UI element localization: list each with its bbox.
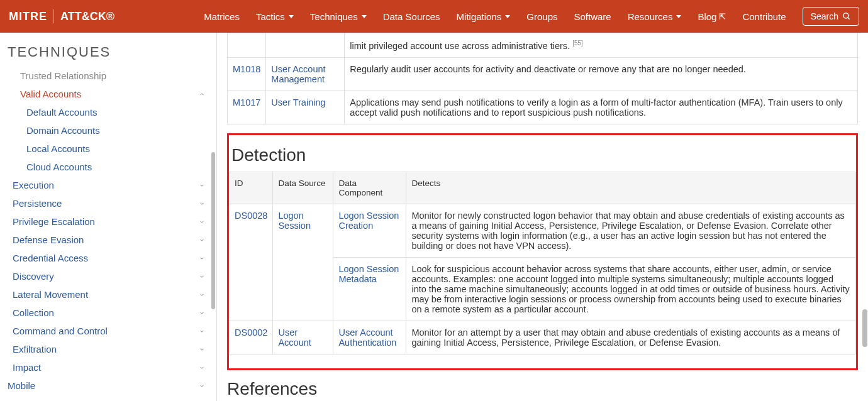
chevron-down-icon <box>199 328 205 334</box>
logo-attack: ATT&CK® <box>60 10 114 23</box>
sidebar-scrollbar[interactable] <box>211 152 215 309</box>
sidebar-item-label: Exfiltration <box>13 344 57 354</box>
nav-software[interactable]: Software <box>574 11 611 22</box>
sidebar-item-label: Collection <box>13 307 54 318</box>
nav-tactics[interactable]: Tactics <box>256 11 294 22</box>
svg-line-1 <box>848 18 850 19</box>
table-header-row: ID Data Source Data Component Detects <box>230 172 856 204</box>
detection-heading: Detection <box>229 145 856 165</box>
caret-down-icon <box>505 15 510 18</box>
search-icon <box>842 12 851 21</box>
chevron-down-icon <box>199 273 205 280</box>
sidebar-item[interactable]: Trusted Relationship <box>0 67 216 85</box>
mitigation-name-link[interactable]: User Account Management <box>271 64 325 84</box>
sidebar-item[interactable]: Mobile <box>0 376 216 395</box>
table-row: DS0002 User Account User Account Authent… <box>230 321 856 354</box>
nav-blog[interactable]: Blog⇱ <box>698 11 726 22</box>
nav-mitigations[interactable]: Mitigations <box>457 11 511 22</box>
sidebar-item[interactable]: Command and Control <box>0 322 216 340</box>
sidebar-title: TECHNIQUES <box>0 44 216 67</box>
sidebar-item[interactable]: Impact <box>0 358 216 376</box>
logo-mitre: MITRE <box>9 10 47 23</box>
main-content: limit privileged account use across admi… <box>217 33 868 401</box>
data-source-id-link[interactable]: DS0002 <box>235 327 267 338</box>
sidebar-item-label: Credential Access <box>13 253 88 263</box>
col-data-source: Data Source <box>273 172 333 204</box>
sidebar-item[interactable]: Local Accounts <box>0 140 216 158</box>
chevron-down-icon <box>199 182 205 189</box>
caret-down-icon <box>676 15 681 18</box>
chevron-down-icon <box>199 383 205 389</box>
nav-contribute[interactable]: Contribute <box>742 11 786 22</box>
mitigation-id-link[interactable]: M1018 <box>233 64 260 74</box>
caret-down-icon <box>289 15 294 18</box>
sidebar-item[interactable]: Persistence <box>0 194 216 212</box>
svg-point-0 <box>843 13 849 18</box>
nav-data-sources[interactable]: Data Sources <box>383 11 440 22</box>
mitigation-id-link[interactable]: M1017 <box>233 97 260 107</box>
chevron-down-icon <box>199 255 205 261</box>
sidebar-item[interactable]: Collection <box>0 304 216 322</box>
sidebar-item[interactable]: Valid Accounts <box>0 85 216 103</box>
data-component-link[interactable]: Logon Session Metadata <box>338 264 399 284</box>
references-heading: References <box>227 379 858 399</box>
logo-divider <box>53 9 54 23</box>
sidebar-item-label: Persistence <box>13 198 62 209</box>
table-row: DS0028 Logon Session Logon Session Creat… <box>230 204 856 257</box>
nav-techniques[interactable]: Techniques <box>310 11 367 22</box>
mitigation-name-link[interactable]: User Training <box>271 97 325 107</box>
chevron-down-icon <box>199 219 205 225</box>
main-scrollbar-track[interactable] <box>862 33 868 401</box>
sidebar-item[interactable]: Lateral Movement <box>0 285 216 304</box>
sidebar-item[interactable]: Defense Evasion <box>0 231 216 249</box>
sidebar-item[interactable]: Default Accounts <box>0 103 216 121</box>
chevron-down-icon <box>199 346 205 353</box>
sidebar-item[interactable]: Cloud Accounts <box>0 158 216 176</box>
sidebar-item[interactable]: Discovery <box>0 267 216 285</box>
data-source-link[interactable]: User Account <box>278 327 311 348</box>
mitigation-desc: limit privileged account use across admi… <box>350 41 570 51</box>
chevron-down-icon <box>199 237 205 243</box>
data-source-id-link[interactable]: DS0028 <box>235 211 267 221</box>
sidebar-item-label: Impact <box>13 362 41 373</box>
data-component-link[interactable]: User Account Authentication <box>338 327 396 348</box>
sidebar-item[interactable]: Execution <box>0 176 216 194</box>
caret-down-icon <box>362 15 367 18</box>
sidebar-item[interactable]: Privilege Escalation <box>0 212 216 231</box>
sidebar-item-label: ICS <box>8 398 23 401</box>
detects-text: Monitor for newly constructed logon beha… <box>406 204 856 257</box>
data-source-link[interactable]: Logon Session <box>278 211 311 231</box>
sidebar-item-label: Mobile <box>8 380 35 391</box>
sidebar-item[interactable]: ICS <box>0 395 216 401</box>
chevron-down-icon <box>199 292 205 298</box>
chevron-down-icon <box>199 310 205 316</box>
search-label: Search <box>811 11 838 21</box>
nav-resources[interactable]: Resources <box>628 11 682 22</box>
sidebar-item[interactable]: Exfiltration <box>0 340 216 358</box>
top-nav: MITRE ATT&CK® Matrices Tactics Technique… <box>0 0 868 33</box>
sidebar-item-label: Privilege Escalation <box>13 216 95 227</box>
sidebar-item[interactable]: Domain Accounts <box>0 121 216 140</box>
nav-groups[interactable]: Groups <box>526 11 557 22</box>
table-row: M1017 User Training Applications may sen… <box>228 91 858 124</box>
data-component-link[interactable]: Logon Session Creation <box>338 211 399 231</box>
detection-table: ID Data Source Data Component Detects DS… <box>229 172 856 354</box>
sidebar-item-label: Default Accounts <box>26 107 97 118</box>
logo-block[interactable]: MITRE ATT&CK® <box>9 9 114 23</box>
sidebar-item[interactable]: Credential Access <box>0 249 216 267</box>
detects-text: Monitor for an attempt by a user that ma… <box>406 321 856 354</box>
sidebar: TECHNIQUES Trusted RelationshipValid Acc… <box>0 33 217 401</box>
col-detects: Detects <box>406 172 856 204</box>
mitigations-table: limit privileged account use across admi… <box>227 33 858 124</box>
external-link-icon: ⇱ <box>719 12 726 21</box>
nav-matrices[interactable]: Matrices <box>204 11 240 22</box>
search-button[interactable]: Search <box>803 7 859 26</box>
chevron-down-icon <box>199 365 205 371</box>
sidebar-item-label: Discovery <box>13 271 54 282</box>
citation-sup[interactable]: [55] <box>572 40 583 47</box>
sidebar-item-label: Defense Evasion <box>13 234 84 245</box>
main-scrollbar-thumb[interactable] <box>862 309 867 347</box>
table-row: M1018 User Account Management Regularly … <box>228 57 858 91</box>
sidebar-item-label: Trusted Relationship <box>20 70 106 81</box>
chevron-down-icon <box>199 200 205 207</box>
